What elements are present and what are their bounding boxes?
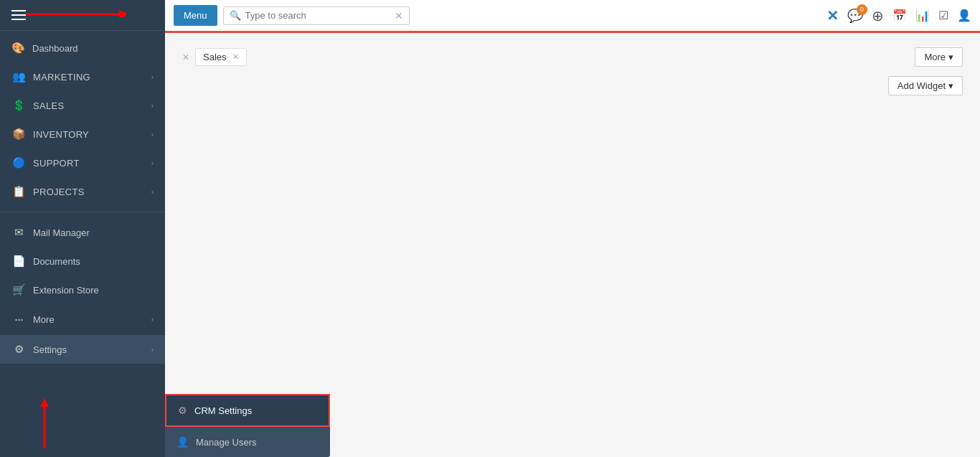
tab-sales-close-icon[interactable]: ✕	[232, 52, 239, 62]
extension-store-icon: 🛒	[11, 283, 26, 296]
user-icon[interactable]: 👤	[957, 9, 971, 22]
mail-manager-icon: ✉	[11, 226, 26, 239]
topbar-icons: ✕ 💬 0 ⊕ 📅 📊 ☑ 👤	[826, 7, 971, 24]
sidebar-item-extension-store[interactable]: 🛒 Extension Store	[0, 275, 165, 304]
dashboard-icon: 🎨	[11, 42, 25, 55]
sidebar-item-extension-store-label: Extension Store	[33, 285, 154, 296]
chat-icon[interactable]: 💬 0	[847, 8, 863, 24]
documents-icon: 📄	[11, 255, 26, 268]
sidebar-item-support[interactable]: 🔵 SUPPORT ›	[0, 149, 165, 177]
support-arrow-icon: ›	[151, 159, 154, 167]
sales-arrow-icon: ›	[151, 102, 154, 110]
sidebar-item-projects-label: PROJECTS	[33, 187, 144, 197]
topbar: Menu 🔍 ✕ ✕ 💬 0 ⊕ 📅 📊	[165, 0, 980, 33]
marketing-icon: 👥	[11, 70, 26, 83]
sidebar-item-sales-label: SALES	[33, 100, 144, 111]
tab-bar: ✕ Sales ✕ More ▾	[182, 47, 963, 67]
add-widget-dropdown-icon: ▾	[948, 80, 953, 91]
sidebar-item-support-label: SUPPORT	[33, 158, 144, 169]
more-dropdown-icon: ▾	[948, 52, 953, 62]
more-arrow-icon: ›	[151, 316, 154, 324]
crm-settings-icon: ⚙	[178, 405, 187, 416]
sidebar-item-more-label: More	[33, 314, 144, 325]
more-button-label: More	[924, 52, 946, 62]
marketing-arrow-icon: ›	[151, 73, 154, 81]
sidebar-item-projects[interactable]: 📋 PROJECTS ›	[0, 177, 165, 206]
sidebar-item-marketing-label: MARKETING	[33, 72, 144, 83]
sidebar-item-mail-manager-label: Mail Manager	[33, 227, 154, 238]
more-button[interactable]: More ▾	[915, 47, 963, 67]
manage-users-icon: 👤	[176, 436, 189, 448]
menu-button[interactable]: Menu	[174, 5, 217, 26]
inventory-arrow-icon: ›	[151, 131, 154, 138]
sidebar: 🎨 Dashboard 👥 MARKETING › 💲 SALES › 📦 IN…	[0, 0, 165, 457]
inventory-icon: 📦	[11, 128, 26, 141]
nav-divider-1	[0, 212, 165, 212]
add-widget-label: Add Widget	[897, 80, 946, 91]
sidebar-item-documents-label: Documents	[33, 256, 154, 267]
plus-icon[interactable]: ⊕	[872, 7, 884, 24]
sidebar-item-dashboard[interactable]: 🎨 Dashboard	[0, 34, 165, 62]
sidebar-item-inventory[interactable]: 📦 INVENTORY ›	[0, 120, 165, 149]
settings-submenu: ⚙ CRM Settings 👤 Manage Users	[165, 394, 330, 457]
support-icon: 🔵	[11, 156, 26, 169]
search-box: 🔍 ✕	[223, 6, 410, 25]
sidebar-item-settings-label: Settings	[33, 344, 144, 355]
more-dots-icon: ···	[11, 312, 26, 327]
tab-sales-label: Sales	[203, 52, 227, 62]
projects-arrow-icon: ›	[151, 188, 154, 196]
sidebar-item-mail-manager[interactable]: ✉ Mail Manager	[0, 218, 165, 247]
search-icon: 🔍	[230, 10, 241, 21]
add-widget-button[interactable]: Add Widget ▾	[888, 76, 963, 95]
search-clear-icon[interactable]: ✕	[395, 10, 403, 22]
chart-icon[interactable]: 📊	[915, 9, 930, 22]
settings-icon: ⚙	[11, 343, 26, 356]
main-content: Menu 🔍 ✕ ✕ 💬 0 ⊕ 📅 📊	[165, 0, 980, 457]
search-input[interactable]	[245, 10, 390, 21]
projects-icon: 📋	[11, 185, 26, 198]
sidebar-header	[0, 0, 165, 31]
notification-badge: 0	[857, 4, 867, 15]
settings-arrow-icon: ›	[151, 346, 154, 354]
submenu-item-crm-settings-label: CRM Settings	[194, 405, 252, 416]
submenu-item-crm-settings[interactable]: ⚙ CRM Settings	[165, 394, 330, 427]
sidebar-item-sales[interactable]: 💲 SALES ›	[0, 91, 165, 120]
hamburger-menu-icon[interactable]	[11, 10, 26, 20]
x-icon[interactable]: ✕	[826, 7, 839, 24]
sidebar-item-documents[interactable]: 📄 Documents	[0, 247, 165, 275]
submenu-item-manage-users-label: Manage Users	[196, 437, 257, 448]
sidebar-item-marketing[interactable]: 👥 MARKETING ›	[0, 62, 165, 91]
sales-icon: 💲	[11, 99, 26, 112]
sidebar-item-more[interactable]: ··· More ›	[0, 304, 165, 335]
check-icon[interactable]: ☑	[938, 9, 948, 22]
sidebar-nav: 🎨 Dashboard 👥 MARKETING › 💲 SALES › 📦 IN…	[0, 31, 165, 457]
sidebar-item-dashboard-label: Dashboard	[32, 43, 78, 54]
tab-sales[interactable]: Sales ✕	[195, 48, 247, 66]
tab-close-all-icon[interactable]: ✕	[182, 52, 189, 62]
submenu-item-manage-users[interactable]: 👤 Manage Users	[165, 427, 330, 457]
sidebar-item-inventory-label: INVENTORY	[33, 129, 144, 140]
svg-marker-1	[119, 10, 126, 17]
sidebar-item-settings[interactable]: ⚙ Settings ›	[0, 335, 165, 364]
calendar-icon[interactable]: 📅	[892, 9, 907, 22]
